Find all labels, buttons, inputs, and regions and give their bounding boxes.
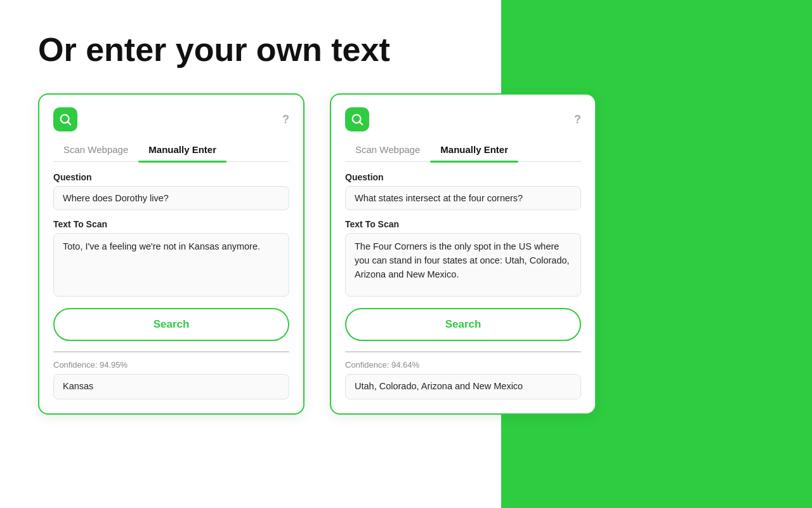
confidence-label-2: Confidence: 94.64% xyxy=(345,360,581,370)
cards-row: ? Scan Webpage Manually Enter Question T… xyxy=(38,93,774,415)
page-title: Or enter your own text xyxy=(38,32,774,68)
text-to-scan-input-1[interactable]: Toto, I've a feeling we're not in Kansas… xyxy=(53,233,289,297)
card-1: ? Scan Webpage Manually Enter Question T… xyxy=(38,93,304,415)
svg-line-1 xyxy=(68,122,70,124)
card-2: ? Scan Webpage Manually Enter Question T… xyxy=(330,93,596,415)
question-input-2[interactable] xyxy=(345,186,581,210)
question-input-1[interactable] xyxy=(53,186,289,210)
divider-2 xyxy=(345,351,581,352)
divider-1 xyxy=(53,351,289,352)
question-label-1: Question xyxy=(53,172,289,182)
card-2-header: ? xyxy=(345,107,581,131)
card-1-tabs: Scan Webpage Manually Enter xyxy=(53,139,289,162)
tab-scan-webpage-1[interactable]: Scan Webpage xyxy=(53,139,138,161)
search-button-2[interactable]: Search xyxy=(345,308,581,341)
tab-manually-enter-1[interactable]: Manually Enter xyxy=(138,139,226,161)
search-icon-2 xyxy=(350,112,364,126)
app-icon-1 xyxy=(53,107,77,131)
text-to-scan-label-1: Text To Scan xyxy=(53,219,289,229)
search-button-1[interactable]: Search xyxy=(53,308,289,341)
main-content: Or enter your own text ? Scan Webpage Ma… xyxy=(0,0,812,415)
help-icon-2[interactable]: ? xyxy=(574,113,581,126)
result-box-1: Kansas xyxy=(53,374,289,399)
card-2-tabs: Scan Webpage Manually Enter xyxy=(345,139,581,162)
confidence-label-1: Confidence: 94.95% xyxy=(53,360,289,370)
text-to-scan-input-2[interactable]: The Four Corners is the only spot in the… xyxy=(345,233,581,297)
search-icon xyxy=(58,112,72,126)
result-box-2: Utah, Colorado, Arizona and New Mexico xyxy=(345,374,581,399)
text-to-scan-label-2: Text To Scan xyxy=(345,219,581,229)
tab-scan-webpage-2[interactable]: Scan Webpage xyxy=(345,139,430,161)
tab-manually-enter-2[interactable]: Manually Enter xyxy=(430,139,518,161)
card-1-header: ? xyxy=(53,107,289,131)
svg-line-3 xyxy=(360,122,362,124)
help-icon-1[interactable]: ? xyxy=(282,113,289,126)
question-label-2: Question xyxy=(345,172,581,182)
app-icon-2 xyxy=(345,107,369,131)
